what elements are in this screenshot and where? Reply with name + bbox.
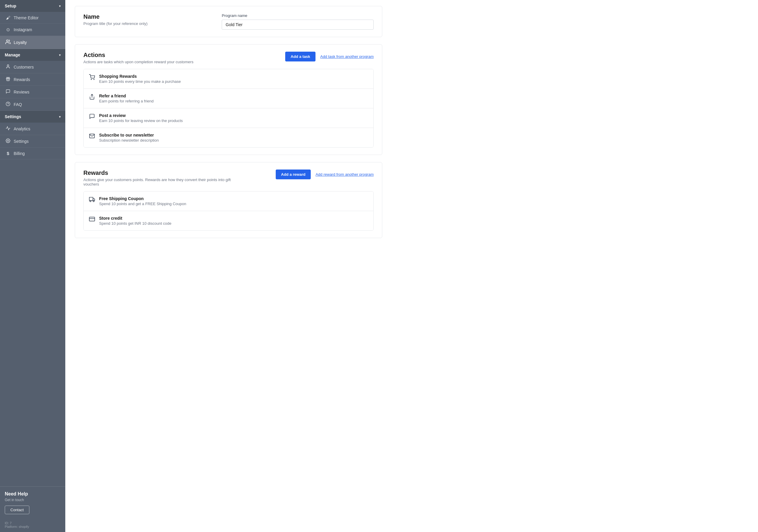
loyalty-icon	[5, 39, 11, 46]
sidebar-item-reviews[interactable]: Reviews	[0, 86, 65, 98]
sidebar-section-setup[interactable]: Setup ▾	[0, 0, 65, 12]
sidebar-item-theme-editor[interactable]: 🖌 Theme Editor	[0, 12, 65, 24]
sidebar-item-label: FAQ	[14, 102, 22, 107]
sidebar-item-label: Rewards	[14, 77, 30, 82]
reward-description: Spend 10 points get INR 10 discount code	[99, 221, 172, 226]
setup-label: Setup	[5, 4, 16, 8]
sidebar-item-settings[interactable]: Settings	[0, 135, 65, 148]
reviews-icon	[5, 89, 11, 95]
sidebar-setup-items: 🖌 Theme Editor ⊙ Instagram	[0, 12, 65, 36]
sidebar-item-label: Theme Editor	[14, 16, 39, 20]
task-description: Subscription newsletter description	[99, 138, 159, 143]
contact-button[interactable]: Contact	[5, 506, 29, 514]
task-description: Earn 10 points for leaving review on the…	[99, 119, 183, 123]
setup-chevron-icon: ▾	[59, 4, 60, 8]
actions-section-title: Actions	[84, 52, 193, 58]
svg-point-7	[94, 79, 94, 80]
sidebar-item-label: Billing	[14, 151, 25, 156]
svg-point-1	[7, 65, 9, 66]
add-task-from-program-button[interactable]: Add task from another program	[320, 54, 374, 59]
message-square-icon	[89, 113, 95, 119]
sidebar-item-loyalty[interactable]: Loyalty	[0, 36, 65, 49]
actions-section-subtitle: Actions are tasks which upon completion …	[84, 60, 193, 64]
svg-point-5	[7, 140, 9, 141]
task-description: Earn points for referring a friend	[99, 99, 154, 103]
truck-icon	[89, 196, 95, 202]
reward-description: Spend 10 points and get a FREE Shipping …	[99, 201, 186, 206]
task-item-post-review: Post a review Earn 10 points for leaving…	[84, 108, 373, 128]
sidebar-item-analytics[interactable]: Analytics	[0, 123, 65, 135]
main-content: Name Program title (for your reference o…	[65, 0, 758, 532]
svg-rect-9	[89, 197, 93, 201]
settings-label: Settings	[5, 114, 21, 119]
svg-point-12	[93, 200, 94, 201]
mail-icon	[89, 133, 95, 139]
sidebar-manage-items: Customers Rewards Reviews FAQ	[0, 61, 65, 111]
customers-icon	[5, 64, 11, 70]
credit-card-icon	[89, 216, 95, 222]
sidebar-item-label: Settings	[14, 139, 29, 144]
sidebar-item-label: Analytics	[14, 126, 30, 131]
add-task-button[interactable]: Add a task	[285, 52, 316, 61]
svg-marker-10	[93, 198, 95, 201]
actions-section: Actions Actions are tasks which upon com…	[75, 44, 382, 155]
svg-point-6	[91, 79, 92, 80]
task-title: Post a review	[99, 113, 183, 118]
need-help-subtitle: Get in touch	[5, 498, 60, 502]
shopping-cart-icon	[89, 74, 95, 80]
name-section: Name Program title (for your reference o…	[75, 6, 382, 37]
task-item-newsletter: Subscribe to our newsletter Subscription…	[84, 128, 373, 147]
share-icon	[89, 94, 95, 100]
billing-icon: $	[5, 151, 11, 156]
need-help-section: Need Help Get in touch Contact	[0, 486, 65, 519]
sidebar-item-instagram[interactable]: ⊙ Instagram	[0, 24, 65, 36]
sidebar-settings-items: Analytics Settings $ Billing	[0, 123, 65, 160]
meta-id: ID: 7	[5, 521, 60, 525]
svg-point-11	[90, 200, 91, 201]
task-title: Subscribe to our newsletter	[99, 133, 159, 137]
loyalty-label: Loyalty	[14, 40, 27, 45]
instagram-icon: ⊙	[5, 27, 11, 32]
settings-icon	[5, 138, 11, 144]
name-section-title: Name	[84, 13, 210, 20]
reward-item-store-credit: Store credit Spend 10 points get INR 10 …	[84, 211, 373, 231]
task-description: Earn 10 points every time you make a pur…	[99, 79, 181, 84]
sidebar-item-customers[interactable]: Customers	[0, 61, 65, 73]
task-title: Shopping Rewards	[99, 74, 181, 79]
task-item-shopping-rewards: Shopping Rewards Earn 10 points every ti…	[84, 69, 373, 89]
svg-point-0	[7, 40, 8, 42]
paint-brush-icon: 🖌	[5, 15, 11, 20]
rewards-section-subtitle: Actions give your customers points. Rewa…	[84, 178, 232, 187]
svg-rect-13	[89, 217, 95, 221]
program-name-label: Program name	[222, 13, 374, 18]
faq-icon	[5, 101, 11, 107]
sidebar-item-billing[interactable]: $ Billing	[0, 148, 65, 160]
sidebar-item-label: Instagram	[14, 27, 32, 32]
program-name-input[interactable]	[222, 19, 374, 30]
reward-title: Free Shipping Coupon	[99, 196, 186, 201]
sidebar-section-manage[interactable]: Manage ▾	[0, 49, 65, 61]
sidebar-section-settings[interactable]: Settings ▾	[0, 111, 65, 123]
sidebar: Setup ▾ 🖌 Theme Editor ⊙ Instagram Loyal…	[0, 0, 65, 532]
analytics-icon	[5, 126, 11, 131]
manage-label: Manage	[5, 53, 20, 57]
rewards-section: Rewards Actions give your customers poin…	[75, 162, 382, 238]
sidebar-item-label: Customers	[14, 65, 34, 69]
task-list: Shopping Rewards Earn 10 points every ti…	[84, 69, 374, 148]
add-reward-from-program-button[interactable]: Add reward from another program	[316, 172, 374, 177]
rewards-icon	[5, 77, 11, 82]
sidebar-item-label: Reviews	[14, 89, 29, 94]
task-item-refer-friend: Refer a friend Earn points for referring…	[84, 89, 373, 108]
reward-title: Store credit	[99, 216, 172, 221]
reward-item-free-shipping: Free Shipping Coupon Spend 10 points and…	[84, 192, 373, 211]
settings-chevron-icon: ▾	[59, 115, 60, 119]
meta-platform: Platform: shopify	[5, 525, 60, 528]
add-reward-button[interactable]: Add a reward	[276, 169, 311, 179]
task-title: Refer a friend	[99, 93, 154, 98]
sidebar-item-rewards[interactable]: Rewards	[0, 73, 65, 86]
manage-chevron-icon: ▾	[59, 53, 60, 57]
need-help-title: Need Help	[5, 491, 60, 497]
sidebar-item-faq[interactable]: FAQ	[0, 98, 65, 111]
sidebar-meta: ID: 7 Platform: shopify	[0, 519, 65, 532]
rewards-section-title: Rewards	[84, 169, 232, 176]
